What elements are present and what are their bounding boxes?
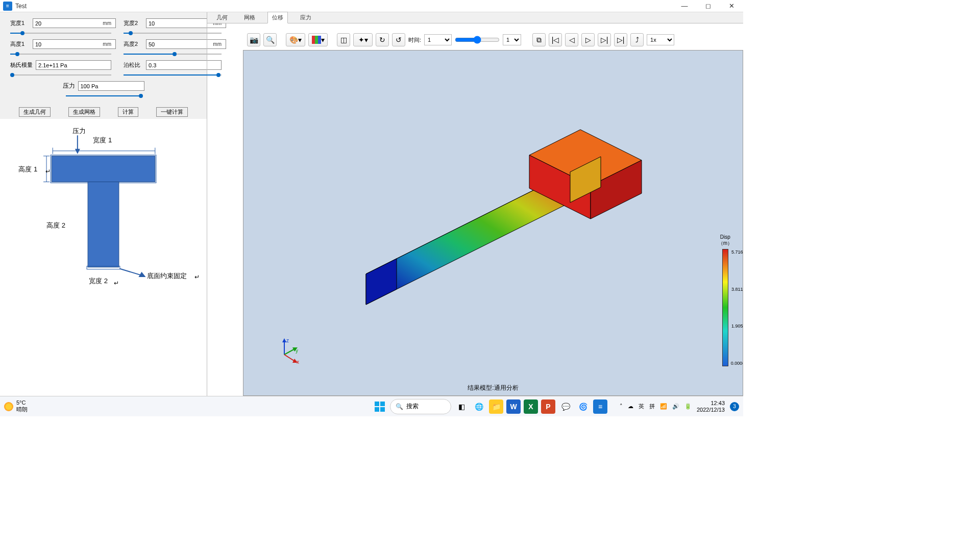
powerpoint-icon[interactable]: P	[541, 399, 555, 414]
return-icon: ↵	[45, 168, 51, 175]
diagram-height1-label: 高度 1	[18, 165, 37, 173]
export-icon[interactable]: ⤴	[630, 33, 644, 46]
wifi-icon[interactable]: 📶	[660, 403, 667, 410]
camera-icon[interactable]: 📷	[247, 33, 260, 46]
edge-icon[interactable]: 🌐	[472, 399, 486, 414]
colormap-dropdown-icon[interactable]: ▾	[308, 33, 328, 46]
youngs-input[interactable]	[36, 60, 111, 70]
ime-lang[interactable]: 英	[639, 403, 644, 410]
tray-expand-icon[interactable]: ˄	[620, 403, 623, 410]
results-panel: 几何 网格 位移 应力 📷 🔍 🎨▾ ▾ ◫ ✦▾ ↻ ↺ 时间: 1 1 ⧉ …	[207, 12, 743, 396]
ime-mode[interactable]: 拼	[649, 403, 655, 410]
height2-slider[interactable]	[124, 52, 222, 56]
search-placeholder: 搜索	[406, 402, 419, 411]
weather-widget[interactable]: 5°C 晴朗	[4, 399, 28, 413]
browser-icon[interactable]: 🌀	[576, 399, 590, 414]
last-frame-icon[interactable]: ▷|	[614, 33, 627, 46]
diagram-width1-label: 宽度 1	[93, 136, 112, 144]
onedrive-icon[interactable]: ☁	[628, 403, 633, 410]
time-slider[interactable]	[455, 36, 500, 44]
svg-rect-5	[52, 156, 155, 182]
svg-text:y: y	[296, 348, 298, 354]
excel-icon[interactable]: X	[524, 399, 538, 414]
generate-geometry-button[interactable]: 生成几何	[19, 107, 51, 117]
param-label: 杨氏模量	[10, 61, 33, 69]
palette-dropdown-icon[interactable]: 🎨▾	[286, 33, 305, 46]
volume-icon[interactable]: 🔊	[672, 403, 679, 410]
tab-displacement[interactable]: 位移	[267, 12, 288, 23]
one-click-compute-button[interactable]: 一键计算	[156, 107, 188, 117]
maximize-button[interactable]: ◻	[696, 0, 720, 12]
legend-unit: （m）	[718, 240, 732, 247]
viewport-3d[interactable]: z y x Disp （m） 5.716e-11 3.811e-11 1.905…	[243, 50, 743, 396]
axes-dropdown-icon[interactable]: ✦▾	[353, 33, 373, 46]
width2-slider[interactable]	[124, 31, 222, 35]
legend-tick: 5.716e-11	[731, 249, 743, 255]
result-model	[361, 112, 647, 326]
time-label: 时间:	[408, 36, 421, 44]
param-pressure: 压力	[10, 81, 197, 98]
date: 2022/12/13	[697, 407, 725, 413]
diagram-fixed-label: 底面约束固定	[147, 272, 187, 280]
legend-tick: 0.000e+00	[731, 361, 743, 366]
start-button[interactable]	[373, 399, 387, 414]
tab-stress[interactable]: 应力	[296, 12, 315, 23]
temperature: 5°C	[16, 399, 28, 406]
close-button[interactable]: ✕	[720, 0, 743, 12]
svg-rect-35	[375, 402, 379, 406]
compute-button[interactable]: 计算	[118, 107, 138, 117]
window-title: Test	[15, 3, 27, 10]
param-label: 高度1	[10, 40, 30, 48]
taskbar-search[interactable]: 🔍 搜索	[390, 399, 451, 414]
svg-marker-27	[282, 338, 286, 342]
svg-text:x: x	[297, 359, 299, 365]
wechat-icon[interactable]: 💬	[558, 399, 573, 414]
model-caption: 结果模型:通用分析	[468, 384, 518, 392]
diagram-width2-label: 宽度 2	[89, 277, 108, 285]
pressure-slider[interactable]	[66, 94, 141, 98]
rotate-cw-icon[interactable]: ↻	[376, 33, 389, 46]
zoom-icon[interactable]: 🔍	[263, 33, 277, 46]
step-select[interactable]: 1	[503, 34, 521, 45]
battery-icon[interactable]: 🔋	[684, 403, 692, 410]
generate-mesh-button[interactable]: 生成网格	[68, 107, 100, 117]
svg-rect-16	[318, 36, 321, 44]
word-icon[interactable]: W	[506, 399, 521, 414]
height1-input[interactable]	[33, 39, 116, 49]
color-legend: Disp （m） 5.716e-11 3.811e-11 1.905e-11 0…	[718, 234, 732, 368]
tab-geometry[interactable]: 几何	[212, 12, 232, 23]
first-frame-icon[interactable]: |◁	[549, 33, 562, 46]
legend-tick: 3.811e-11	[731, 287, 743, 292]
notification-badge[interactable]: 3	[730, 402, 739, 411]
youngs-slider[interactable]	[10, 73, 111, 77]
return-icon: ↵	[114, 280, 119, 287]
explorer-icon[interactable]: 📁	[489, 399, 503, 414]
prev-frame-icon[interactable]: ◁	[565, 33, 578, 46]
title-bar: ≡ Test — ◻ ✕	[0, 0, 743, 12]
param-label: 压力	[63, 82, 75, 90]
clock[interactable]: 12:43 2022/12/13	[697, 400, 725, 412]
speed-select[interactable]: 1x	[647, 34, 674, 45]
pressure-input[interactable]	[78, 81, 144, 91]
selection-icon[interactable]: ◫	[337, 33, 350, 46]
sun-icon	[4, 402, 13, 411]
play-icon[interactable]: ▷	[581, 33, 595, 46]
next-frame-icon[interactable]: ▷|	[598, 33, 611, 46]
width1-slider[interactable]	[10, 31, 111, 35]
height1-slider[interactable]	[10, 52, 111, 56]
svg-rect-37	[375, 407, 379, 412]
minimize-button[interactable]: —	[673, 0, 696, 12]
poisson-slider[interactable]	[124, 73, 222, 77]
rotate-ccw-icon[interactable]: ↺	[392, 33, 405, 46]
record-icon[interactable]: ⧉	[532, 33, 546, 46]
width1-input[interactable]	[33, 18, 116, 28]
orientation-triad: z y x	[274, 337, 302, 365]
task-view-icon[interactable]: ◧	[454, 399, 469, 414]
taskbar: 5°C 晴朗 🔍 搜索 ◧ 🌐 📁 W X P 💬 🌀 ≡ ˄ ☁ 英 拼 📶 …	[0, 396, 743, 416]
tab-mesh[interactable]: 网格	[240, 12, 259, 23]
search-icon: 🔍	[396, 403, 403, 410]
weather-desc: 晴朗	[16, 406, 28, 413]
app-taskbar-icon[interactable]: ≡	[593, 399, 607, 414]
time-select[interactable]: 1	[424, 34, 452, 45]
svg-marker-19	[366, 259, 397, 305]
